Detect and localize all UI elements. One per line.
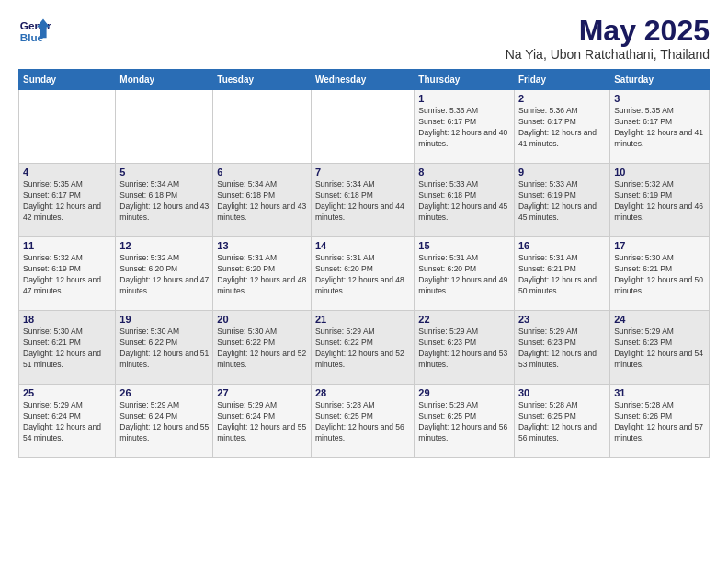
day-info: Sunrise: 5:34 AMSunset: 6:18 PMDaylight:… [119,179,209,224]
week-row-2: 4Sunrise: 5:35 AMSunset: 6:17 PMDaylight… [19,164,710,237]
day-cell: 12Sunrise: 5:32 AMSunset: 6:20 PMDayligh… [116,237,213,311]
day-cell [311,90,414,164]
col-wednesday: Wednesday [311,70,414,90]
col-thursday: Thursday [415,70,515,90]
day-cell: 10Sunrise: 5:32 AMSunset: 6:19 PMDayligh… [610,164,710,237]
day-number: 11 [23,240,111,251]
day-info: Sunrise: 5:31 AMSunset: 6:20 PMDaylight:… [418,253,510,297]
day-info: Sunrise: 5:30 AMSunset: 6:22 PMDaylight:… [217,327,307,371]
day-cell: 6Sunrise: 5:34 AMSunset: 6:18 PMDaylight… [213,164,312,237]
day-info: Sunrise: 5:33 AMSunset: 6:19 PMDaylight:… [518,179,606,224]
day-info: Sunrise: 5:35 AMSunset: 6:17 PMDaylight:… [23,179,111,224]
day-number: 21 [315,314,410,325]
day-cell: 15Sunrise: 5:31 AMSunset: 6:20 PMDayligh… [415,237,515,311]
day-cell: 20Sunrise: 5:30 AMSunset: 6:22 PMDayligh… [213,311,312,385]
day-cell: 27Sunrise: 5:29 AMSunset: 6:24 PMDayligh… [213,385,312,458]
day-cell: 21Sunrise: 5:29 AMSunset: 6:22 PMDayligh… [311,311,414,385]
day-info: Sunrise: 5:29 AMSunset: 6:23 PMDaylight:… [418,327,510,371]
day-info: Sunrise: 5:32 AMSunset: 6:19 PMDaylight:… [23,253,111,297]
day-cell: 1Sunrise: 5:36 AMSunset: 6:17 PMDaylight… [415,90,515,164]
day-cell: 14Sunrise: 5:31 AMSunset: 6:20 PMDayligh… [311,237,414,311]
day-cell: 22Sunrise: 5:29 AMSunset: 6:23 PMDayligh… [415,311,515,385]
header: General Blue May 2025 Na Yia, Ubon Ratch… [18,15,710,62]
day-cell: 3Sunrise: 5:35 AMSunset: 6:17 PMDaylight… [610,90,710,164]
day-info: Sunrise: 5:29 AMSunset: 6:24 PMDaylight:… [217,400,307,444]
col-saturday: Saturday [610,70,710,90]
day-info: Sunrise: 5:36 AMSunset: 6:17 PMDaylight:… [518,106,606,150]
day-number: 12 [119,240,209,251]
day-info: Sunrise: 5:29 AMSunset: 6:24 PMDaylight:… [23,400,111,444]
day-info: Sunrise: 5:34 AMSunset: 6:18 PMDaylight:… [217,179,307,224]
logo: General Blue [18,15,51,48]
calendar-table: Sunday Monday Tuesday Wednesday Thursday… [18,69,710,458]
page: General Blue May 2025 Na Yia, Ubon Ratch… [0,0,728,563]
day-number: 3 [614,93,705,104]
day-number: 18 [23,314,111,325]
day-cell: 29Sunrise: 5:28 AMSunset: 6:25 PMDayligh… [415,385,515,458]
day-number: 20 [217,314,307,325]
day-info: Sunrise: 5:36 AMSunset: 6:17 PMDaylight:… [418,106,510,150]
day-info: Sunrise: 5:29 AMSunset: 6:24 PMDaylight:… [119,400,209,444]
logo-icon: General Blue [18,15,51,48]
day-number: 5 [119,167,209,178]
day-number: 19 [119,314,209,325]
day-info: Sunrise: 5:32 AMSunset: 6:19 PMDaylight:… [614,179,705,224]
day-info: Sunrise: 5:29 AMSunset: 6:23 PMDaylight:… [518,327,606,371]
day-number: 13 [217,240,307,251]
day-info: Sunrise: 5:30 AMSunset: 6:21 PMDaylight:… [23,327,111,371]
day-info: Sunrise: 5:28 AMSunset: 6:25 PMDaylight:… [418,400,510,444]
day-cell: 24Sunrise: 5:29 AMSunset: 6:23 PMDayligh… [610,311,710,385]
week-row-3: 11Sunrise: 5:32 AMSunset: 6:19 PMDayligh… [19,237,710,311]
day-number: 14 [315,240,410,251]
col-monday: Monday [116,70,213,90]
day-info: Sunrise: 5:31 AMSunset: 6:21 PMDaylight:… [518,253,606,297]
day-info: Sunrise: 5:31 AMSunset: 6:20 PMDaylight:… [217,253,307,297]
day-cell: 30Sunrise: 5:28 AMSunset: 6:25 PMDayligh… [514,385,609,458]
day-info: Sunrise: 5:29 AMSunset: 6:22 PMDaylight:… [315,327,410,371]
day-cell: 26Sunrise: 5:29 AMSunset: 6:24 PMDayligh… [116,385,213,458]
week-row-1: 1Sunrise: 5:36 AMSunset: 6:17 PMDaylight… [19,90,710,164]
day-cell: 19Sunrise: 5:30 AMSunset: 6:22 PMDayligh… [116,311,213,385]
day-number: 10 [614,167,705,178]
day-cell: 8Sunrise: 5:33 AMSunset: 6:18 PMDaylight… [415,164,515,237]
day-number: 16 [518,240,606,251]
day-cell: 31Sunrise: 5:28 AMSunset: 6:26 PMDayligh… [610,385,710,458]
day-info: Sunrise: 5:31 AMSunset: 6:20 PMDaylight:… [315,253,410,297]
day-number: 2 [518,93,606,104]
day-cell: 11Sunrise: 5:32 AMSunset: 6:19 PMDayligh… [19,237,116,311]
day-number: 1 [418,93,510,104]
day-number: 26 [119,387,209,398]
day-number: 15 [418,240,510,251]
col-sunday: Sunday [19,70,116,90]
col-friday: Friday [514,70,609,90]
day-info: Sunrise: 5:28 AMSunset: 6:25 PMDaylight:… [315,400,410,444]
day-number: 30 [518,387,606,398]
week-row-5: 25Sunrise: 5:29 AMSunset: 6:24 PMDayligh… [19,385,710,458]
day-number: 27 [217,387,307,398]
day-cell [116,90,213,164]
day-cell: 9Sunrise: 5:33 AMSunset: 6:19 PMDaylight… [514,164,609,237]
day-info: Sunrise: 5:34 AMSunset: 6:18 PMDaylight:… [315,179,410,224]
day-cell [213,90,312,164]
day-number: 28 [315,387,410,398]
day-info: Sunrise: 5:29 AMSunset: 6:23 PMDaylight:… [614,327,705,371]
day-number: 7 [315,167,410,178]
day-cell: 25Sunrise: 5:29 AMSunset: 6:24 PMDayligh… [19,385,116,458]
day-cell: 4Sunrise: 5:35 AMSunset: 6:17 PMDaylight… [19,164,116,237]
day-cell [19,90,116,164]
day-number: 24 [614,314,705,325]
day-cell: 7Sunrise: 5:34 AMSunset: 6:18 PMDaylight… [311,164,414,237]
col-tuesday: Tuesday [213,70,312,90]
day-info: Sunrise: 5:30 AMSunset: 6:22 PMDaylight:… [119,327,209,371]
day-number: 29 [418,387,510,398]
day-info: Sunrise: 5:28 AMSunset: 6:26 PMDaylight:… [614,400,705,444]
day-info: Sunrise: 5:32 AMSunset: 6:20 PMDaylight:… [119,253,209,297]
header-row: Sunday Monday Tuesday Wednesday Thursday… [19,70,710,90]
day-number: 23 [518,314,606,325]
day-cell: 13Sunrise: 5:31 AMSunset: 6:20 PMDayligh… [213,237,312,311]
day-cell: 28Sunrise: 5:28 AMSunset: 6:25 PMDayligh… [311,385,414,458]
title-block: May 2025 Na Yia, Ubon Ratchathani, Thail… [506,15,710,62]
day-cell: 5Sunrise: 5:34 AMSunset: 6:18 PMDaylight… [116,164,213,237]
day-cell: 23Sunrise: 5:29 AMSunset: 6:23 PMDayligh… [514,311,609,385]
day-number: 6 [217,167,307,178]
